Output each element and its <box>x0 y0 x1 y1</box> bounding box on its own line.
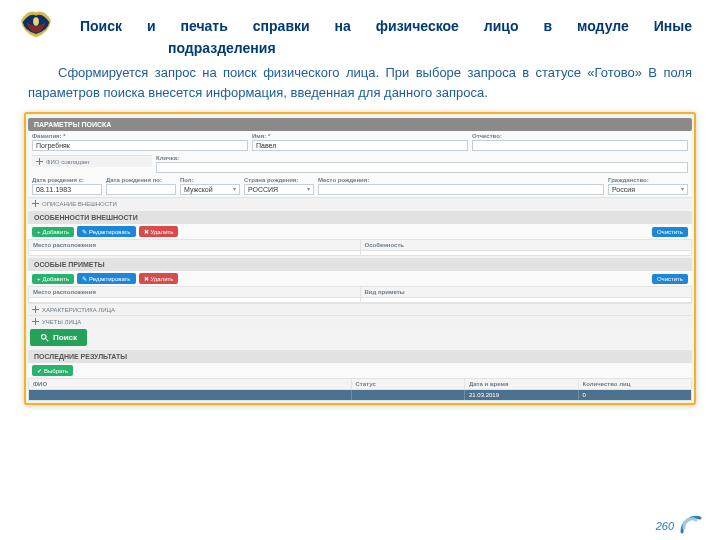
label-sex: Пол: <box>180 177 240 183</box>
marks-buttons: +Добавить ✎Редактировать ✖Удалить Очисти… <box>28 271 692 286</box>
toggle-profile[interactable]: ХАРАКТЕРИСТИКА ЛИЦА <box>28 303 692 315</box>
label-profile: ХАРАКТЕРИСТИКА ЛИЦА <box>42 307 115 313</box>
emblem-icon <box>16 4 56 44</box>
btn-search[interactable]: Поиск <box>30 329 87 346</box>
toggle-appearance[interactable]: ОПИСАНИЕ ВНЕШНОСТИ <box>28 197 692 209</box>
recent-table-head: ФИО Статус Дата и время Количество лиц <box>28 378 692 390</box>
title-line-2: подразделения <box>168 40 276 56</box>
svg-line-11 <box>46 339 48 341</box>
col-count: Количество лиц <box>579 379 692 389</box>
label-dob-from: Дата рождения с: <box>32 177 102 183</box>
col-feature: Особенность <box>361 240 692 250</box>
label-appearance: ОПИСАНИЕ ВНЕШНОСТИ <box>42 201 117 207</box>
btn-clear-2[interactable]: Очистить <box>652 274 688 284</box>
label-dob-to: Дата рождения по: <box>106 177 176 183</box>
col-date: Дата и время <box>465 379 579 389</box>
label-citizenship: Гражданство: <box>608 177 688 183</box>
col-status: Статус <box>352 379 466 389</box>
btn-delete-2[interactable]: ✖Удалить <box>139 273 179 284</box>
input-dob-to[interactable] <box>106 184 176 195</box>
svg-rect-9 <box>32 321 39 322</box>
features-table-head: Место расположения Особенность <box>28 239 692 251</box>
row-names: Фамилия: * Погребняк Имя: * Павел Отчест… <box>28 131 692 153</box>
select-birth-country[interactable]: РОССИЯ <box>244 184 314 195</box>
label-fio-combined: ФИО совпадает <box>46 159 90 165</box>
btn-add-1[interactable]: +Добавить <box>32 227 74 237</box>
panel-header-features: ОСОБЕННОСТИ ВНЕШНОСТИ <box>28 211 692 224</box>
features-table-row[interactable] <box>28 251 692 256</box>
svg-rect-7 <box>32 309 39 310</box>
label-birth-country: Страна рождения: <box>244 177 314 183</box>
input-birth-place[interactable] <box>318 184 604 195</box>
select-citizenship[interactable]: Россия <box>608 184 688 195</box>
label-records: УЧЕТЫ ЛИЦА <box>42 319 81 325</box>
row-alias: ФИО совпадает Кличка: <box>28 153 692 175</box>
input-dob-from[interactable]: 08.11.1983 <box>32 184 102 195</box>
plus-icon <box>36 158 43 165</box>
page-number: 260 <box>656 520 674 532</box>
input-alias[interactable] <box>156 162 688 173</box>
label-firstname: Имя: * <box>252 133 468 139</box>
input-firstname[interactable]: Павел <box>252 140 468 151</box>
marks-table-head: Место расположения Вид приметы <box>28 286 692 298</box>
btn-select[interactable]: ✔Выбрать <box>32 365 73 376</box>
row-dates: Дата рождения с: 08.11.1983 Дата рождени… <box>28 175 692 197</box>
svg-point-10 <box>42 335 47 340</box>
panel-header-recent: ПОСЛЕДНИЕ РЕЗУЛЬТАТЫ <box>28 350 692 363</box>
app-screenshot: ПАРАМЕТРЫ ПОИСКА Фамилия: * Погребняк Им… <box>24 112 696 405</box>
title-line-1: Поиск и печать справки на физическое лиц… <box>80 18 692 34</box>
toggle-records[interactable]: УЧЕТЫ ЛИЦА <box>28 315 692 327</box>
slide-title: Поиск и печать справки на физическое лиц… <box>80 16 692 59</box>
svg-rect-5 <box>32 203 39 204</box>
input-patronymic[interactable] <box>472 140 688 151</box>
panel-header-params: ПАРАМЕТРЫ ПОИСКА <box>28 118 692 131</box>
slide-body-text: Сформируется запрос на поиск физического… <box>28 63 692 102</box>
btn-add-2[interactable]: +Добавить <box>32 274 74 284</box>
btn-edit-2[interactable]: ✎Редактировать <box>77 273 135 284</box>
label-alias: Кличка: <box>156 155 688 161</box>
svg-rect-3 <box>36 161 43 162</box>
input-lastname[interactable]: Погребняк <box>32 140 248 151</box>
col-type: Вид приметы <box>361 287 692 297</box>
col-location-2: Место расположения <box>29 287 361 297</box>
btn-edit-1[interactable]: ✎Редактировать <box>77 226 135 237</box>
search-icon <box>40 333 49 342</box>
plus-icon <box>32 318 39 325</box>
btn-delete-1[interactable]: ✖Удалить <box>139 226 179 237</box>
plus-icon <box>32 200 39 207</box>
features-buttons: +Добавить ✎Редактировать ✖Удалить Очисти… <box>28 224 692 239</box>
col-location-1: Место расположения <box>29 240 361 250</box>
corner-decoration-icon <box>680 514 702 534</box>
label-patronymic: Отчество: <box>472 133 688 139</box>
label-lastname: Фамилия: * <box>32 133 248 139</box>
panel-header-marks: ОСОБЫЕ ПРИМЕТЫ <box>28 258 692 271</box>
label-birth-place: Место рождения: <box>318 177 604 183</box>
svg-point-1 <box>33 17 39 25</box>
btn-clear-1[interactable]: Очистить <box>652 227 688 237</box>
col-fio: ФИО <box>29 379 352 389</box>
recent-table-row[interactable]: 21.03.2019 0 <box>28 390 692 401</box>
plus-icon <box>32 306 39 313</box>
recent-buttons: ✔Выбрать <box>28 363 692 378</box>
select-sex[interactable]: Мужской <box>180 184 240 195</box>
